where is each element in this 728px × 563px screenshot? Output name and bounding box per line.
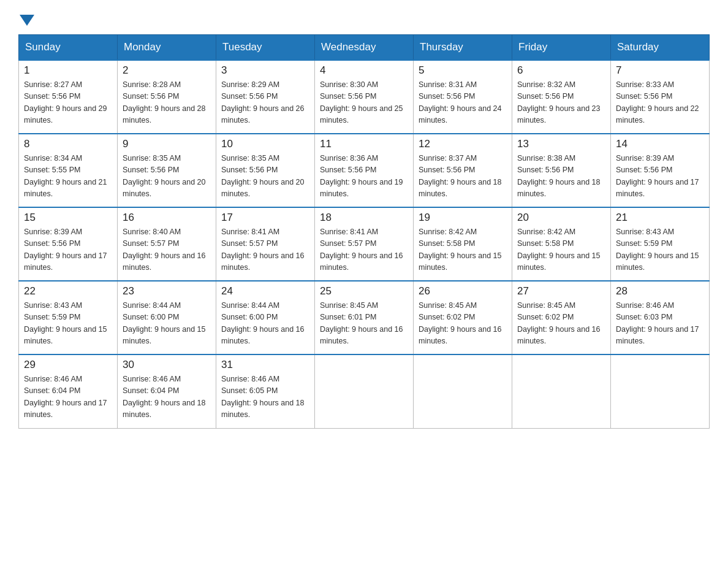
day-number: 18 (320, 212, 408, 224)
calendar-cell: 6 Sunrise: 8:32 AMSunset: 5:56 PMDayligh… (512, 60, 611, 134)
day-number: 31 (221, 359, 309, 371)
logo-arrow-icon (20, 15, 34, 26)
calendar-cell: 5 Sunrise: 8:31 AMSunset: 5:56 PMDayligh… (414, 60, 512, 134)
calendar-cell: 16 Sunrise: 8:40 AMSunset: 5:57 PMDaylig… (118, 207, 216, 281)
day-number: 29 (24, 359, 112, 371)
day-number: 23 (123, 285, 211, 297)
page-header (18, 12, 710, 23)
calendar-cell: 8 Sunrise: 8:34 AMSunset: 5:55 PMDayligh… (19, 134, 118, 207)
calendar-cell: 24 Sunrise: 8:44 AMSunset: 6:00 PMDaylig… (216, 281, 315, 354)
day-number: 19 (419, 212, 507, 224)
calendar-header-saturday: Saturday (611, 35, 710, 61)
week-row-1: 1 Sunrise: 8:27 AMSunset: 5:56 PMDayligh… (19, 60, 710, 134)
calendar-cell: 25 Sunrise: 8:45 AMSunset: 6:01 PMDaylig… (315, 281, 414, 354)
day-info: Sunrise: 8:45 AMSunset: 6:01 PMDaylight:… (320, 300, 408, 348)
day-number: 9 (123, 138, 211, 150)
day-number: 25 (320, 285, 408, 297)
calendar-cell: 26 Sunrise: 8:45 AMSunset: 6:02 PMDaylig… (414, 281, 512, 354)
day-info: Sunrise: 8:45 AMSunset: 6:02 PMDaylight:… (517, 300, 605, 348)
day-number: 12 (419, 138, 507, 150)
day-number: 13 (517, 138, 605, 150)
calendar-cell: 19 Sunrise: 8:42 AMSunset: 5:58 PMDaylig… (414, 207, 512, 281)
day-info: Sunrise: 8:46 AMSunset: 6:04 PMDaylight:… (123, 373, 211, 421)
day-number: 27 (517, 285, 605, 297)
day-number: 28 (616, 285, 704, 297)
calendar-cell: 2 Sunrise: 8:28 AMSunset: 5:56 PMDayligh… (118, 60, 216, 134)
calendar-cell: 31 Sunrise: 8:46 AMSunset: 6:05 PMDaylig… (216, 354, 315, 428)
calendar-cell: 3 Sunrise: 8:29 AMSunset: 5:56 PMDayligh… (216, 60, 315, 134)
day-number: 11 (320, 138, 408, 150)
calendar-cell: 18 Sunrise: 8:41 AMSunset: 5:57 PMDaylig… (315, 207, 414, 281)
day-number: 10 (221, 138, 309, 150)
calendar-header-row: SundayMondayTuesdayWednesdayThursdayFrid… (19, 35, 710, 61)
day-info: Sunrise: 8:29 AMSunset: 5:56 PMDaylight:… (221, 79, 309, 127)
day-number: 8 (24, 138, 112, 150)
day-info: Sunrise: 8:44 AMSunset: 6:00 PMDaylight:… (221, 300, 309, 348)
calendar-cell: 15 Sunrise: 8:39 AMSunset: 5:56 PMDaylig… (19, 207, 118, 281)
week-row-3: 15 Sunrise: 8:39 AMSunset: 5:56 PMDaylig… (19, 207, 710, 281)
day-number: 16 (123, 212, 211, 224)
day-info: Sunrise: 8:35 AMSunset: 5:56 PMDaylight:… (123, 153, 211, 201)
day-info: Sunrise: 8:39 AMSunset: 5:56 PMDaylight:… (24, 226, 112, 274)
day-number: 21 (616, 212, 704, 224)
day-number: 7 (616, 64, 704, 77)
day-number: 3 (221, 64, 309, 77)
day-number: 30 (123, 359, 211, 371)
calendar-cell: 27 Sunrise: 8:45 AMSunset: 6:02 PMDaylig… (512, 281, 611, 354)
day-info: Sunrise: 8:43 AMSunset: 5:59 PMDaylight:… (24, 300, 112, 348)
day-info: Sunrise: 8:44 AMSunset: 6:00 PMDaylight:… (123, 300, 211, 348)
day-number: 20 (517, 212, 605, 224)
calendar-cell: 9 Sunrise: 8:35 AMSunset: 5:56 PMDayligh… (118, 134, 216, 207)
day-number: 24 (221, 285, 309, 297)
calendar-header-friday: Friday (512, 35, 611, 61)
day-number: 5 (419, 64, 507, 77)
day-number: 22 (24, 285, 112, 297)
calendar-cell (611, 354, 710, 428)
day-info: Sunrise: 8:41 AMSunset: 5:57 PMDaylight:… (221, 226, 309, 274)
day-info: Sunrise: 8:35 AMSunset: 5:56 PMDaylight:… (221, 153, 309, 201)
day-info: Sunrise: 8:41 AMSunset: 5:57 PMDaylight:… (320, 226, 408, 274)
day-info: Sunrise: 8:28 AMSunset: 5:56 PMDaylight:… (123, 79, 211, 127)
day-number: 6 (517, 64, 605, 77)
day-info: Sunrise: 8:43 AMSunset: 5:59 PMDaylight:… (616, 226, 704, 274)
calendar-cell: 23 Sunrise: 8:44 AMSunset: 6:00 PMDaylig… (118, 281, 216, 354)
calendar-cell: 20 Sunrise: 8:42 AMSunset: 5:58 PMDaylig… (512, 207, 611, 281)
day-info: Sunrise: 8:33 AMSunset: 5:56 PMDaylight:… (616, 79, 704, 127)
calendar-cell: 22 Sunrise: 8:43 AMSunset: 5:59 PMDaylig… (19, 281, 118, 354)
calendar-cell: 30 Sunrise: 8:46 AMSunset: 6:04 PMDaylig… (118, 354, 216, 428)
day-info: Sunrise: 8:39 AMSunset: 5:56 PMDaylight:… (616, 153, 704, 201)
day-info: Sunrise: 8:46 AMSunset: 6:04 PMDaylight:… (24, 373, 112, 421)
day-info: Sunrise: 8:42 AMSunset: 5:58 PMDaylight:… (419, 226, 507, 274)
day-info: Sunrise: 8:30 AMSunset: 5:56 PMDaylight:… (320, 79, 408, 127)
calendar-header-thursday: Thursday (414, 35, 512, 61)
calendar-cell (414, 354, 512, 428)
week-row-5: 29 Sunrise: 8:46 AMSunset: 6:04 PMDaylig… (19, 354, 710, 428)
calendar-cell: 4 Sunrise: 8:30 AMSunset: 5:56 PMDayligh… (315, 60, 414, 134)
day-number: 1 (24, 64, 112, 77)
day-info: Sunrise: 8:32 AMSunset: 5:56 PMDaylight:… (517, 79, 605, 127)
day-info: Sunrise: 8:40 AMSunset: 5:57 PMDaylight:… (123, 226, 211, 274)
calendar-cell: 1 Sunrise: 8:27 AMSunset: 5:56 PMDayligh… (19, 60, 118, 134)
week-row-4: 22 Sunrise: 8:43 AMSunset: 5:59 PMDaylig… (19, 281, 710, 354)
day-info: Sunrise: 8:36 AMSunset: 5:56 PMDaylight:… (320, 153, 408, 201)
logo (18, 12, 36, 23)
calendar-header-tuesday: Tuesday (216, 35, 315, 61)
day-info: Sunrise: 8:38 AMSunset: 5:56 PMDaylight:… (517, 153, 605, 201)
calendar-header-sunday: Sunday (19, 35, 118, 61)
calendar-header-monday: Monday (118, 35, 216, 61)
calendar-cell: 13 Sunrise: 8:38 AMSunset: 5:56 PMDaylig… (512, 134, 611, 207)
day-info: Sunrise: 8:42 AMSunset: 5:58 PMDaylight:… (517, 226, 605, 274)
calendar-cell: 7 Sunrise: 8:33 AMSunset: 5:56 PMDayligh… (611, 60, 710, 134)
day-number: 2 (123, 64, 211, 77)
week-row-2: 8 Sunrise: 8:34 AMSunset: 5:55 PMDayligh… (19, 134, 710, 207)
calendar-table: SundayMondayTuesdayWednesdayThursdayFrid… (18, 34, 710, 429)
day-number: 17 (221, 212, 309, 224)
calendar-header-wednesday: Wednesday (315, 35, 414, 61)
day-info: Sunrise: 8:45 AMSunset: 6:02 PMDaylight:… (419, 300, 507, 348)
day-number: 26 (419, 285, 507, 297)
calendar-cell (315, 354, 414, 428)
day-number: 4 (320, 64, 408, 77)
day-info: Sunrise: 8:46 AMSunset: 6:03 PMDaylight:… (616, 300, 704, 348)
calendar-cell: 14 Sunrise: 8:39 AMSunset: 5:56 PMDaylig… (611, 134, 710, 207)
calendar-cell: 12 Sunrise: 8:37 AMSunset: 5:56 PMDaylig… (414, 134, 512, 207)
